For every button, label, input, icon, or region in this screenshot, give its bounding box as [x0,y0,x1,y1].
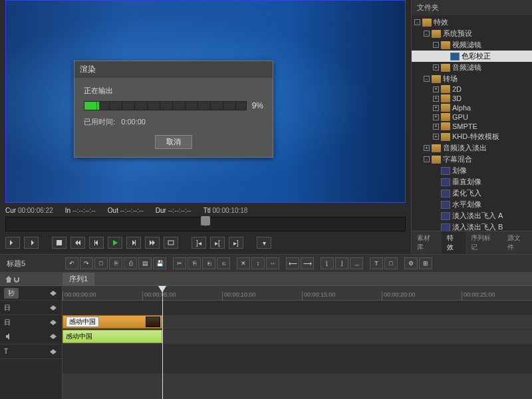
track-v2-toggle[interactable] [49,303,58,313]
tree-item[interactable]: +音频淡入淡出 [412,142,532,154]
tree-item[interactable]: 垂直划像 [412,176,532,188]
tree-toggle[interactable]: - [424,76,430,82]
toolbar-button[interactable]: ↕ [251,257,265,269]
sequence-tab-1[interactable]: 序列1 [63,273,94,285]
tree-toggle[interactable]: + [433,86,439,92]
tree-item[interactable]: -系统预设 [412,28,532,39]
folder-icon [441,122,450,130]
toolbar-button[interactable]: ⚙ [404,257,418,269]
toolbar-button[interactable]: ▤ [138,257,152,269]
tree-toggle[interactable]: + [433,65,439,70]
effects-tree[interactable]: -特效-系统预设-视频滤镜色彩校正+音频滤镜-转场+2D+3D+Alpha+GP… [412,15,532,231]
toolbar-button[interactable]: T [370,257,383,269]
render-elapsed: 已用时间: 0:00:00 [84,117,263,127]
side-panel-title: 文件夹 [412,0,532,15]
tree-item[interactable]: -特效 [412,17,532,28]
toolbar-button[interactable]: ⎗ [202,257,215,269]
tree-item[interactable]: 柔化飞入 [412,188,532,199]
mark-out-button[interactable] [24,237,39,249]
toolbar-button[interactable]: 💾 [153,257,166,269]
toolbar-button[interactable]: ✕ [237,257,250,269]
track-t-toggle[interactable] [49,347,58,356]
stop-button[interactable] [52,237,66,249]
more-button[interactable]: ▾ [257,237,271,249]
toolbar-button[interactable]: □ [384,257,398,269]
audio-clip[interactable]: 感动中国 [63,330,162,343]
loop-button[interactable] [164,237,178,249]
track-v2[interactable] [63,301,532,315]
toolbar-button[interactable]: ✂ [173,257,186,269]
next-frame-button[interactable] [126,237,141,249]
toolbar-button[interactable]: ↔ [266,257,279,269]
play-button[interactable] [108,237,122,249]
tree-item[interactable]: -转场 [412,73,532,84]
scrub-handle[interactable] [201,216,210,225]
toolbar-button[interactable]: ⎙ [124,257,137,269]
toolbar-button[interactable]: ↶ [65,257,78,269]
tree-toggle[interactable]: + [424,145,430,151]
tree-item[interactable]: +音频滤镜 [412,62,532,73]
time-ruler[interactable]: 00:00:00:0000:00:05:0000:00:10:0000:00:1… [63,286,532,301]
tree-toggle[interactable]: + [433,134,439,140]
toolbar-button[interactable]: □ [94,257,108,269]
tree-item[interactable]: -字幕混合 [412,154,532,165]
mark-in-button[interactable] [5,237,20,249]
tracks-area[interactable]: 感动中国 感动中国 [63,301,532,399]
time-unit-selector[interactable]: 秒 [4,288,19,299]
tree-item[interactable]: +GPU [412,112,532,122]
preview-viewport[interactable]: 渲染 正在输出 9% 已用时间: 0:00:00 取消 [5,0,406,203]
play-in-out-button[interactable]: ▸] [229,237,243,249]
toolbar-button[interactable]: ⎘ [109,257,122,269]
toolbar-button[interactable]: ⎘ [188,257,201,269]
tree-item[interactable]: 淡入淡出飞入 A [412,210,532,221]
tree-item[interactable]: +Alpha [412,103,532,112]
tree-toggle[interactable]: - [433,42,439,48]
track-title[interactable] [63,359,532,374]
toolbar-button[interactable]: ⎵ [350,257,363,269]
tab-library[interactable]: 素材库 [412,231,442,254]
tree-item[interactable]: 划像 [412,165,532,176]
toolbar-button[interactable]: ⟵ [286,257,299,269]
prev-frame-button[interactable] [89,237,104,249]
tree-toggle[interactable]: + [433,124,439,130]
toolbar-button[interactable]: ⟶ [301,257,314,269]
video-clip[interactable]: 感动中国 [63,315,162,329]
scrub-bar[interactable] [5,217,406,231]
speaker-icon[interactable] [4,332,13,341]
fastfwd-button[interactable] [145,237,160,249]
tree-label: 视频滤镜 [452,40,481,50]
goto-in-button[interactable]: ]◂ [192,237,206,249]
tree-toggle[interactable]: - [424,31,430,37]
tree-item[interactable]: +3D [412,94,532,103]
tree-toggle[interactable]: - [424,156,430,162]
toolbar-button[interactable]: ⊞ [419,257,432,269]
tree-item[interactable]: 色彩校正 [412,51,532,62]
tree-toggle[interactable]: + [433,105,439,111]
tree-toggle[interactable]: + [433,96,439,102]
track-lock-icon[interactable] [49,289,58,298]
track-v1-toggle[interactable] [49,318,58,327]
toolbar-button[interactable]: ⎌ [217,257,230,269]
toolbar-button[interactable]: ⌊ [321,257,334,269]
tree-toggle[interactable]: - [414,19,420,25]
goto-out-button[interactable]: ▸[ [210,237,225,249]
home-icon[interactable] [4,275,13,284]
snap-icon[interactable] [13,275,23,284]
rewind-button[interactable] [70,237,85,249]
tree-toggle[interactable]: + [433,114,439,120]
tab-effects[interactable]: 特效 [442,231,466,254]
tree-item[interactable]: +2D [412,84,532,94]
tree-item[interactable]: -视频滤镜 [412,39,532,51]
track-v1[interactable]: 感动中国 [63,315,532,330]
track-a1[interactable]: 感动中国 [63,330,532,344]
tree-item[interactable]: 淡入淡出飞入 B [412,221,532,231]
tree-item[interactable]: +SMPTE [412,122,532,131]
tree-item[interactable]: +KHD-特效模板 [412,131,532,142]
toolbar-button[interactable]: ⌋ [335,257,348,269]
tab-source[interactable]: 源文件 [502,231,532,254]
cancel-button[interactable]: 取消 [155,135,192,149]
toolbar-button[interactable]: ↷ [80,257,93,269]
track-a1-toggle[interactable] [49,332,58,341]
tree-item[interactable]: 水平划像 [412,199,532,210]
tab-markers[interactable]: 序列标记 [466,231,502,254]
